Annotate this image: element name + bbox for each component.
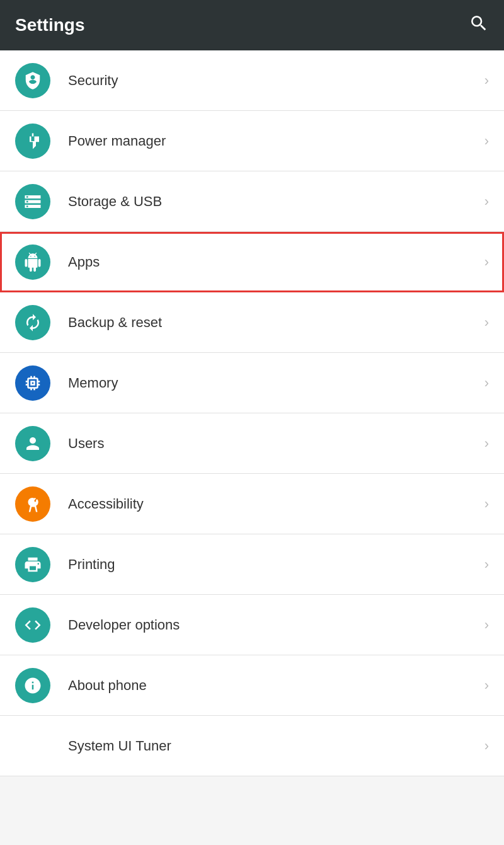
- about-label: About phone: [68, 677, 479, 694]
- settings-item-power[interactable]: Power manager ›: [0, 111, 504, 171]
- settings-item-memory[interactable]: Memory ›: [0, 353, 504, 413]
- power-chevron: ›: [484, 133, 489, 149]
- users-chevron: ›: [484, 435, 489, 452]
- storage-label: Storage & USB: [68, 193, 479, 210]
- page-title: Settings: [15, 15, 84, 35]
- memory-icon-circle: [15, 365, 50, 401]
- settings-item-storage[interactable]: Storage & USB ›: [0, 171, 504, 232]
- about-icon-circle: [15, 668, 50, 703]
- settings-item-printing[interactable]: Printing ›: [0, 534, 504, 595]
- settings-item-developer[interactable]: Developer options ›: [0, 595, 504, 655]
- users-label: Users: [68, 435, 479, 452]
- backup-label: Backup & reset: [68, 314, 479, 331]
- settings-item-users[interactable]: Users ›: [0, 413, 504, 474]
- tuner-label: System UI Tuner: [68, 738, 479, 754]
- memory-chevron: ›: [484, 375, 489, 391]
- security-chevron: ›: [484, 72, 489, 89]
- settings-item-apps[interactable]: Apps ›: [0, 232, 504, 292]
- developer-icon-circle: [15, 607, 50, 643]
- memory-label: Memory: [68, 375, 479, 391]
- search-icon[interactable]: [469, 13, 489, 38]
- tuner-icon-circle: [15, 728, 50, 764]
- power-label: Power manager: [68, 133, 479, 149]
- settings-item-accessibility[interactable]: Accessibility ›: [0, 474, 504, 534]
- developer-label: Developer options: [68, 617, 479, 633]
- power-icon-circle: [15, 124, 50, 159]
- storage-icon-circle: [15, 184, 50, 219]
- accessibility-chevron: ›: [484, 496, 489, 512]
- settings-item-backup[interactable]: Backup & reset ›: [0, 292, 504, 353]
- settings-item-about[interactable]: About phone ›: [0, 655, 504, 716]
- accessibility-icon-circle: [15, 486, 50, 522]
- users-icon-circle: [15, 426, 50, 461]
- printing-chevron: ›: [484, 556, 489, 573]
- about-chevron: ›: [484, 677, 489, 694]
- settings-item-tuner[interactable]: System UI Tuner ›: [0, 716, 504, 776]
- app-header: Settings: [0, 0, 504, 50]
- apps-chevron: ›: [484, 254, 489, 270]
- storage-chevron: ›: [484, 193, 489, 210]
- accessibility-label: Accessibility: [68, 496, 479, 512]
- security-label: Security: [68, 72, 479, 89]
- apps-label: Apps: [68, 254, 479, 270]
- printing-label: Printing: [68, 556, 479, 573]
- security-icon-circle: [15, 63, 50, 98]
- backup-chevron: ›: [484, 314, 489, 331]
- apps-icon-circle: [15, 244, 50, 280]
- developer-chevron: ›: [484, 617, 489, 633]
- settings-item-security[interactable]: Security ›: [0, 50, 504, 111]
- printing-icon-circle: [15, 547, 50, 582]
- settings-list: Security › Power manager › Storage & USB…: [0, 50, 504, 776]
- tuner-chevron: ›: [484, 738, 489, 754]
- backup-icon-circle: [15, 305, 50, 340]
